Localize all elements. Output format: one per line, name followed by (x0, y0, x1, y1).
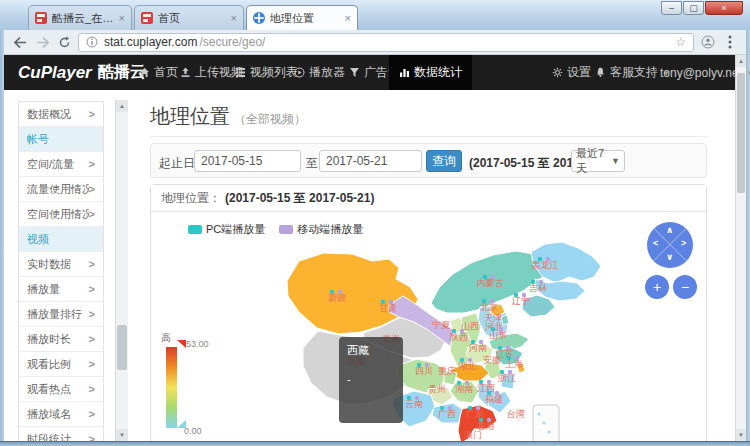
chevron-right-icon: > (89, 408, 95, 420)
nav-item-home[interactable]: 首页 (139, 55, 178, 90)
start-date-input[interactable] (194, 150, 301, 172)
scrollbar-thumb[interactable] (737, 73, 745, 193)
tab-title: 首页 (158, 11, 226, 26)
scroll-down-icon[interactable]: ▼ (116, 429, 128, 441)
tooltip-province: 西藏 (347, 344, 395, 357)
province-label: 山东 (489, 330, 507, 340)
address-bar[interactable]: stat.cuplayer.com/secure/geo/ ☆ (78, 33, 694, 52)
to-label: 至 (306, 155, 318, 172)
scroll-up-icon[interactable]: ▲ (736, 55, 746, 67)
sidebar-item-watch-ratio[interactable]: 观看比例> (19, 352, 103, 377)
browser-tab-1[interactable]: 酷播云_在线视频全终端 × (28, 5, 132, 30)
province-label: 陕西 (450, 332, 468, 342)
logo-en: CuPlayer (18, 63, 92, 83)
province-label: 北京 (480, 302, 498, 312)
window-border-right (746, 30, 750, 441)
quick-range-select[interactable]: 最近7天 ▼ (571, 150, 625, 172)
cuplayer-favicon-icon (141, 12, 153, 24)
scroll-up-icon[interactable]: ▲ (116, 100, 128, 112)
url-host: stat.cuplayer.com (104, 35, 197, 49)
app-navbar: CuPlayer 酷播云 首页 上传视频 视频列表 播放器 广告管理 数据统计 (4, 55, 746, 90)
window-border-left (0, 30, 4, 441)
sidebar-scrollbar[interactable]: ▲ ▼ (115, 100, 128, 441)
refresh-icon[interactable] (56, 34, 72, 50)
province-label: 辽宁 (512, 296, 530, 306)
window-close-button[interactable]: × (705, 1, 743, 15)
profile-icon[interactable] (700, 34, 716, 50)
chevron-down-icon: ▼ (611, 156, 620, 166)
pan-up-icon[interactable]: ∧ (666, 225, 673, 235)
player-icon (294, 67, 305, 78)
browser-window: 酷播云_在线视频全终端 × 首页 × 地理位置 × – ▢ × stat.cup… (0, 0, 750, 446)
sidebar-item-watch-hotspot[interactable]: 观看热点> (19, 377, 103, 402)
browser-tab-2[interactable]: 首页 × (134, 5, 244, 30)
tab-title: 地理位置 (270, 11, 340, 26)
sidebar-item-realtime[interactable]: 实时数据> (19, 252, 103, 277)
nav-item-video-list[interactable]: 视频列表 (235, 55, 298, 90)
tab-close-icon[interactable]: × (231, 13, 237, 24)
scroll-down-icon[interactable]: ▼ (736, 429, 746, 441)
window-border-bottom (0, 441, 750, 446)
nav-item-label: 视频列表 (250, 64, 298, 81)
browser-menu-icon[interactable] (722, 34, 738, 50)
date-filter-panel: 起止日期 至 查询 (2017-05-15 至 2017-05-21) 最近7天… (150, 143, 707, 178)
forward-icon[interactable] (34, 34, 50, 50)
tooltip-value: - (347, 373, 395, 386)
query-button[interactable]: 查询 (426, 150, 462, 172)
province-label: 新疆 (328, 293, 346, 303)
chevron-right-icon: > (89, 158, 95, 170)
zoom-out-button[interactable]: − (673, 275, 697, 299)
province-label: 吉林 (529, 283, 547, 293)
tab-close-icon[interactable]: × (119, 13, 125, 24)
pan-right-icon[interactable]: > (681, 238, 686, 248)
bookmark-star-icon[interactable]: ☆ (675, 35, 686, 49)
window-minimize-button[interactable]: – (661, 1, 682, 15)
nav-item-upload[interactable]: 上传视频 (180, 55, 243, 90)
browser-scrollbar[interactable]: ▲ ▼ (735, 55, 746, 441)
page-title-text: 地理位置 (150, 105, 230, 127)
sidebar-item-space-traffic[interactable]: 空间/流量> (19, 152, 103, 177)
sidebar-item-play-ranking[interactable]: 播放量排行> (19, 302, 103, 327)
province-label: 宁夏 (432, 320, 450, 330)
nav-item-data-stats[interactable]: 数据统计 (389, 55, 472, 90)
browser-tab-3-active[interactable]: 地理位置 × (246, 5, 358, 30)
inset-island-dot (548, 431, 551, 434)
china-map: 新疆西藏青海甘肃内蒙古黑龙江吉林辽宁北京天津河北山西山东宁夏陕西河南江苏安徽上海… (150, 228, 710, 446)
sidebar-item-play-domain[interactable]: 播放域名> (19, 402, 103, 427)
zoom-in-button[interactable]: + (645, 275, 669, 299)
window-maximize-button[interactable]: ▢ (683, 1, 704, 15)
cuplayer-logo[interactable]: CuPlayer 酷播云 (18, 55, 146, 90)
sidebar-item-space-usage[interactable]: 空间使用情况> (19, 202, 103, 227)
sidebar-item-plays[interactable]: 播放量> (19, 277, 103, 302)
province-label: 浙江 (497, 373, 516, 383)
gear-icon (552, 67, 563, 78)
south-china-sea-inset (533, 405, 559, 445)
sidebar-item-overview[interactable]: 数据概况> (19, 102, 103, 127)
nav-item-label: 客服支持 (610, 64, 658, 81)
globe-favicon-icon (253, 12, 265, 24)
scrollbar-thumb[interactable] (117, 325, 127, 370)
inset-island-dot (538, 413, 541, 416)
tab-close-icon[interactable]: × (345, 13, 351, 24)
province-label: 台湾 (507, 409, 525, 419)
account-email: tony@polyv.net (660, 66, 742, 80)
geo-panel-header: 地理位置： (2017-05-15 至 2017-05-21) (151, 185, 706, 212)
geo-panel-range: (2017-05-15 至 2017-05-21) (225, 190, 374, 207)
page-info-icon[interactable] (86, 36, 98, 48)
pan-down-icon[interactable]: ∨ (666, 252, 673, 262)
province-label: 甘肃 (379, 303, 397, 313)
bar-chart-icon (399, 67, 410, 78)
sidebar-item-traffic-usage[interactable]: 流量使用情况> (19, 177, 103, 202)
end-date-input[interactable] (319, 150, 422, 172)
tab-title: 酷播云_在线视频全终端 (52, 11, 114, 26)
chevron-right-icon: > (89, 283, 95, 295)
page-subtitle: （全部视频） (234, 112, 306, 126)
map-tooltip: 西藏 - (339, 337, 403, 423)
back-icon[interactable] (12, 34, 28, 50)
nav-item-support[interactable]: 客服支持 ▾ (595, 55, 669, 90)
chevron-right-icon: > (89, 333, 95, 345)
pan-left-icon[interactable]: < (653, 238, 658, 248)
nav-item-label: 设置 (567, 64, 591, 81)
sidebar-item-play-duration[interactable]: 播放时长> (19, 327, 103, 352)
nav-item-player[interactable]: 播放器 (294, 55, 345, 90)
